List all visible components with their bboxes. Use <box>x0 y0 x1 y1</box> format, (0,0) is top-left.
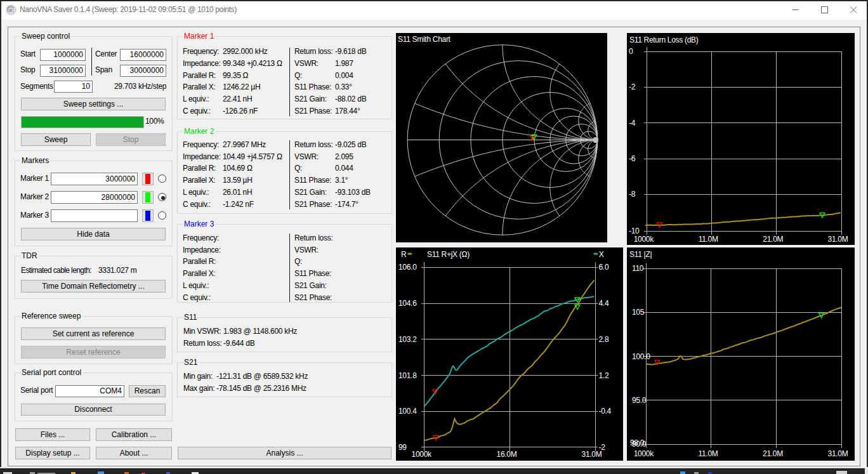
svg-text:-4: -4 <box>629 119 636 128</box>
svg-text:1.2: 1.2 <box>599 371 609 380</box>
svg-text:-2: -2 <box>629 82 636 91</box>
svg-text:103.2: 103.2 <box>398 335 417 344</box>
svg-text:101.8: 101.8 <box>398 371 417 380</box>
svg-text:98.0: 98.0 <box>630 438 645 447</box>
svg-text:2.8: 2.8 <box>599 335 609 344</box>
svg-text:R: R <box>401 250 407 259</box>
svg-text:1000k: 1000k <box>412 450 432 459</box>
svg-text:-8: -8 <box>629 190 636 199</box>
svg-text:-0.4: -0.4 <box>599 407 612 416</box>
svg-text:4.4: 4.4 <box>599 299 609 308</box>
svg-text:S11 Smith Chart: S11 Smith Chart <box>398 35 451 44</box>
svg-text:31.0M: 31.0M <box>828 449 848 458</box>
svg-text:11.0M: 11.0M <box>699 449 718 458</box>
svg-text:S11 R+jX (Ω): S11 R+jX (Ω) <box>427 250 470 259</box>
svg-text:-10: -10 <box>629 227 640 235</box>
svg-text:11.0M: 11.0M <box>699 235 718 244</box>
svg-text:6.0: 6.0 <box>599 263 609 272</box>
svg-text:31.0M: 31.0M <box>582 450 602 459</box>
svg-text:21.0M: 21.0M <box>763 449 783 458</box>
svg-text:1000k: 1000k <box>634 449 654 458</box>
svg-text:16.0M: 16.0M <box>497 450 517 459</box>
svg-text:1000k: 1000k <box>634 235 654 244</box>
svg-text:105: 105 <box>632 308 645 317</box>
svg-text:-6: -6 <box>629 154 636 163</box>
svg-text:106.0: 106.0 <box>398 263 417 272</box>
svg-text:100.0: 100.0 <box>632 352 650 361</box>
svg-text:S11 |Z|: S11 |Z| <box>629 250 652 259</box>
svg-text:X: X <box>599 250 604 259</box>
svg-text:95.0: 95.0 <box>632 396 647 405</box>
svg-text:110: 110 <box>632 264 644 273</box>
svg-text:99: 99 <box>398 443 407 452</box>
svg-text:0: 0 <box>629 47 633 56</box>
svg-text:31.0M: 31.0M <box>828 235 848 244</box>
svg-text:S11 Return Loss (dB): S11 Return Loss (dB) <box>629 36 699 44</box>
svg-text:100.4: 100.4 <box>398 407 417 416</box>
svg-text:104.6: 104.6 <box>398 299 417 308</box>
svg-text:21.0M: 21.0M <box>763 235 783 244</box>
